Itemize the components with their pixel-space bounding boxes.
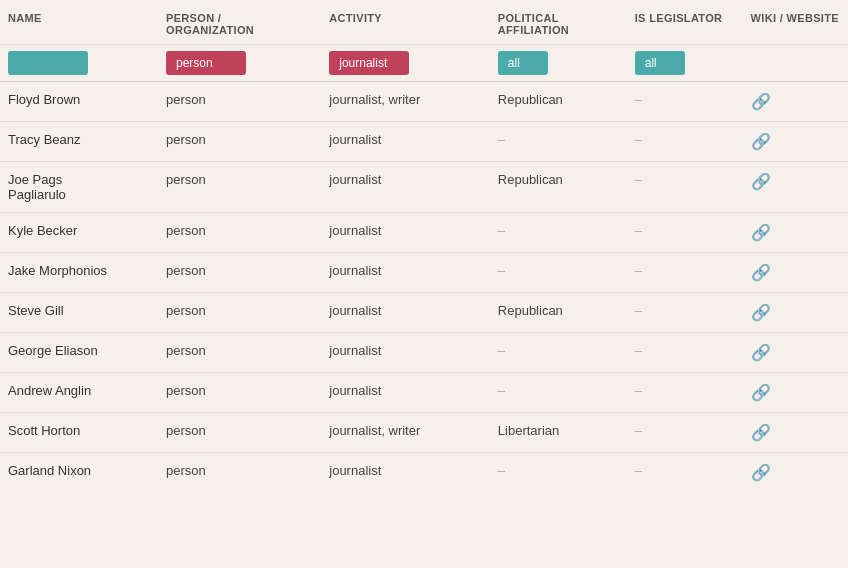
col-header-name: NAME bbox=[0, 0, 158, 45]
link-icon[interactable]: 🔗 bbox=[751, 304, 771, 321]
cell-is-legislator: – bbox=[627, 333, 743, 373]
table-row: George Eliasonpersonjournalist––🔗 bbox=[0, 333, 848, 373]
table-row: Steve GillpersonjournalistRepublican–🔗 bbox=[0, 293, 848, 333]
cell-is-legislator: – bbox=[627, 162, 743, 213]
cell-name: Scott Horton bbox=[0, 413, 158, 453]
link-icon[interactable]: 🔗 bbox=[751, 464, 771, 481]
cell-person-org: person bbox=[158, 293, 321, 333]
col-header-is-legislator: IS LEGISLATOR bbox=[627, 0, 743, 45]
cell-is-legislator: – bbox=[627, 413, 743, 453]
link-icon[interactable]: 🔗 bbox=[751, 224, 771, 241]
cell-activity: journalist bbox=[321, 293, 490, 333]
cell-activity: journalist bbox=[321, 253, 490, 293]
cell-is-legislator: – bbox=[627, 122, 743, 162]
cell-wiki[interactable]: 🔗 bbox=[743, 162, 848, 213]
cell-name: Tracy Beanz bbox=[0, 122, 158, 162]
cell-person-org: person bbox=[158, 373, 321, 413]
cell-wiki[interactable]: 🔗 bbox=[743, 413, 848, 453]
cell-person-org: person bbox=[158, 122, 321, 162]
cell-person-org: person bbox=[158, 162, 321, 213]
table-row: Andrew Anglinpersonjournalist––🔗 bbox=[0, 373, 848, 413]
cell-wiki[interactable]: 🔗 bbox=[743, 333, 848, 373]
cell-name: George Eliason bbox=[0, 333, 158, 373]
link-icon[interactable]: 🔗 bbox=[751, 264, 771, 281]
cell-political: – bbox=[490, 253, 627, 293]
cell-person-org: person bbox=[158, 453, 321, 493]
cell-wiki[interactable]: 🔗 bbox=[743, 373, 848, 413]
col-header-activity: ACTIVITY bbox=[321, 0, 490, 45]
cell-activity: journalist bbox=[321, 122, 490, 162]
col-header-person-org: PERSON / ORGANIZATION bbox=[158, 0, 321, 45]
link-icon[interactable]: 🔗 bbox=[751, 384, 771, 401]
cell-is-legislator: – bbox=[627, 453, 743, 493]
cell-name: Joe Pags Pagliarulo bbox=[0, 162, 158, 213]
cell-person-org: person bbox=[158, 213, 321, 253]
cell-is-legislator: – bbox=[627, 373, 743, 413]
cell-name: Garland Nixon bbox=[0, 453, 158, 493]
data-table: NAME PERSON / ORGANIZATION ACTIVITY POLI… bbox=[0, 0, 848, 492]
table-row: Joe Pags PagliarulopersonjournalistRepub… bbox=[0, 162, 848, 213]
cell-name: Jake Morphonios bbox=[0, 253, 158, 293]
cell-political: Republican bbox=[490, 162, 627, 213]
cell-activity: journalist, writer bbox=[321, 413, 490, 453]
cell-political: – bbox=[490, 213, 627, 253]
filter-name-input[interactable] bbox=[8, 51, 88, 75]
link-icon[interactable]: 🔗 bbox=[751, 93, 771, 110]
table-row: Floyd Brownpersonjournalist, writerRepub… bbox=[0, 82, 848, 122]
cell-activity: journalist bbox=[321, 373, 490, 413]
cell-political: Republican bbox=[490, 82, 627, 122]
cell-person-org: person bbox=[158, 253, 321, 293]
cell-political: Libertarian bbox=[490, 413, 627, 453]
cell-is-legislator: – bbox=[627, 82, 743, 122]
filter-activity-cell[interactable]: journalist bbox=[321, 45, 490, 82]
link-icon[interactable]: 🔗 bbox=[751, 424, 771, 441]
cell-wiki[interactable]: 🔗 bbox=[743, 293, 848, 333]
table-row: Garland Nixonpersonjournalist––🔗 bbox=[0, 453, 848, 493]
cell-person-org: person bbox=[158, 82, 321, 122]
cell-is-legislator: – bbox=[627, 213, 743, 253]
cell-wiki[interactable]: 🔗 bbox=[743, 453, 848, 493]
filter-activity-input[interactable]: journalist bbox=[329, 51, 409, 75]
cell-political: – bbox=[490, 122, 627, 162]
link-icon[interactable]: 🔗 bbox=[751, 344, 771, 361]
cell-wiki[interactable]: 🔗 bbox=[743, 213, 848, 253]
cell-activity: journalist, writer bbox=[321, 82, 490, 122]
cell-activity: journalist bbox=[321, 333, 490, 373]
cell-wiki[interactable]: 🔗 bbox=[743, 82, 848, 122]
cell-activity: journalist bbox=[321, 453, 490, 493]
cell-activity: journalist bbox=[321, 213, 490, 253]
filter-name-cell[interactable] bbox=[0, 45, 158, 82]
cell-is-legislator: – bbox=[627, 253, 743, 293]
cell-person-org: person bbox=[158, 413, 321, 453]
header-row: NAME PERSON / ORGANIZATION ACTIVITY POLI… bbox=[0, 0, 848, 45]
cell-political: Republican bbox=[490, 293, 627, 333]
table-row: Jake Morphoniospersonjournalist––🔗 bbox=[0, 253, 848, 293]
table-row: Kyle Beckerpersonjournalist––🔗 bbox=[0, 213, 848, 253]
cell-political: – bbox=[490, 333, 627, 373]
cell-name: Steve Gill bbox=[0, 293, 158, 333]
filter-person-org-cell[interactable]: person bbox=[158, 45, 321, 82]
filter-legislator-cell[interactable]: all bbox=[627, 45, 743, 82]
cell-activity: journalist bbox=[321, 162, 490, 213]
cell-wiki[interactable]: 🔗 bbox=[743, 253, 848, 293]
cell-name: Andrew Anglin bbox=[0, 373, 158, 413]
cell-wiki[interactable]: 🔗 bbox=[743, 122, 848, 162]
filter-political-input[interactable]: all bbox=[498, 51, 548, 75]
link-icon[interactable]: 🔗 bbox=[751, 173, 771, 190]
filter-person-org-input[interactable]: person bbox=[166, 51, 246, 75]
cell-is-legislator: – bbox=[627, 293, 743, 333]
filter-row[interactable]: person journalist all all bbox=[0, 45, 848, 82]
cell-political: – bbox=[490, 453, 627, 493]
cell-political: – bbox=[490, 373, 627, 413]
table-row: Tracy Beanzpersonjournalist––🔗 bbox=[0, 122, 848, 162]
filter-legislator-input[interactable]: all bbox=[635, 51, 685, 75]
cell-name: Floyd Brown bbox=[0, 82, 158, 122]
link-icon[interactable]: 🔗 bbox=[751, 133, 771, 150]
col-header-wiki: WIKI / WEBSITE bbox=[743, 0, 848, 45]
col-header-political: POLITICAL AFFILIATION bbox=[490, 0, 627, 45]
cell-person-org: person bbox=[158, 333, 321, 373]
cell-name: Kyle Becker bbox=[0, 213, 158, 253]
filter-political-cell[interactable]: all bbox=[490, 45, 627, 82]
filter-wiki-cell bbox=[743, 45, 848, 82]
table-row: Scott Hortonpersonjournalist, writerLibe… bbox=[0, 413, 848, 453]
